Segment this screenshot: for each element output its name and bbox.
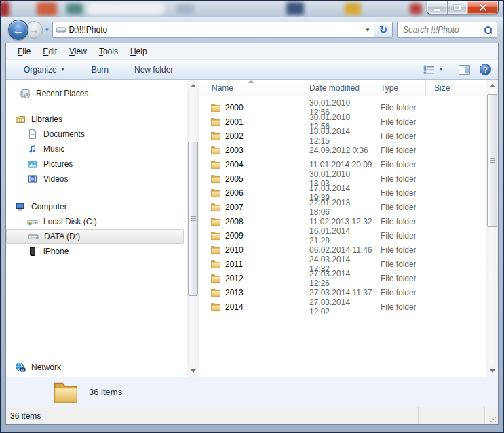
folder-icon — [210, 273, 221, 284]
folder-icon — [210, 131, 221, 142]
help-button[interactable]: ? — [480, 64, 491, 75]
refresh-button[interactable]: ↻ — [374, 22, 392, 37]
chevron-down-icon: ▼ — [438, 66, 444, 73]
menu-tools[interactable]: Tools — [93, 45, 124, 58]
address-dropdown-button[interactable]: ▾ — [362, 22, 374, 37]
sidebar-item-recent-places[interactable]: Recent Places — [6, 86, 187, 101]
preview-pane-button[interactable] — [459, 65, 470, 75]
sidebar-item-iphone[interactable]: iPhone — [6, 244, 187, 259]
scroll-up-button[interactable] — [187, 80, 199, 91]
arrow-down-icon — [191, 369, 196, 373]
sidebar-item-local-disk-c[interactable]: Local Disk (C:) — [6, 214, 187, 229]
file-name: 2003 — [225, 146, 244, 155]
minimize-button[interactable] — [427, 1, 447, 14]
sidebar-item-music[interactable]: Music — [6, 142, 187, 157]
sidebar-item-videos[interactable]: Videos — [6, 171, 187, 186]
file-name: 2007 — [225, 203, 244, 212]
file-rows: 2000 30.01.2010 12:56 File folder 200 — [199, 96, 486, 377]
scrollbar-thumb[interactable] — [487, 94, 497, 227]
sidebar-item-computer[interactable]: Computer — [6, 199, 187, 214]
chevron-down-icon: ▼ — [60, 66, 66, 73]
file-list-scrollbar — [486, 80, 498, 377]
status-cell — [484, 407, 498, 424]
forward-arrow-icon: → — [29, 25, 39, 35]
file-row[interactable]: 2003 24.09.2012 0:36 File folder — [199, 143, 486, 157]
column-header-type[interactable]: Type — [372, 80, 426, 96]
file-row[interactable]: 2009 16.01.2014 21:29 File folder — [199, 228, 486, 243]
sidebar-item-documents[interactable]: Documents — [6, 127, 187, 142]
maximize-icon — [454, 5, 461, 10]
views-icon — [423, 65, 435, 74]
music-note-icon — [27, 144, 38, 154]
menu-edit[interactable]: Edit — [37, 45, 63, 58]
column-header-size[interactable]: Size — [426, 80, 486, 96]
recent-pages-chevron-icon[interactable]: ▾ — [45, 26, 49, 33]
search-box — [397, 22, 497, 38]
drive-icon — [53, 22, 69, 37]
column-headers: Name Date modified Type Size — [199, 80, 486, 96]
minimize-icon — [434, 9, 440, 11]
file-name: 2006 — [225, 188, 244, 198]
folder-icon — [210, 188, 221, 199]
scroll-up-button[interactable] — [486, 80, 498, 91]
scroll-down-button[interactable] — [187, 365, 199, 377]
file-type: File folder — [372, 288, 426, 297]
scrollbar-track[interactable] — [486, 91, 498, 365]
menu-help[interactable]: Help — [124, 45, 153, 58]
sidebar-scrollbar — [187, 80, 199, 377]
back-button[interactable]: ← — [8, 20, 28, 40]
file-row[interactable]: 2007 22.01.2013 18:06 File folder — [199, 200, 486, 214]
thumb-grip-icon — [490, 158, 495, 163]
folder-icon — [210, 102, 221, 113]
scrollbar-thumb[interactable] — [188, 142, 198, 296]
arrow-down-icon — [490, 369, 495, 373]
maximize-button[interactable] — [447, 1, 467, 14]
file-row[interactable]: 2012 27.03.2014 12:26 File folder — [199, 271, 486, 285]
resize-grip-icon[interactable] — [490, 416, 497, 423]
client-area: File Edit View Tools Help Organize ▼ Bur… — [5, 43, 499, 425]
sidebar-item-network[interactable]: Network — [6, 360, 187, 375]
file-date-modified: 11.01.2014 20:09 — [301, 160, 372, 169]
column-header-name[interactable]: Name — [199, 80, 301, 96]
organize-button[interactable]: Organize ▼ — [18, 62, 71, 77]
file-date-modified: 27.03.2014 12:26 — [301, 269, 372, 288]
sidebar-item-libraries[interactable]: Libraries — [6, 112, 187, 127]
new-folder-button[interactable]: New folder — [129, 62, 178, 77]
arrow-up-icon — [490, 84, 495, 87]
close-button[interactable] — [467, 1, 498, 14]
close-icon — [479, 3, 487, 12]
file-name: 2002 — [225, 131, 244, 141]
file-name: 2009 — [225, 231, 244, 241]
menu-view[interactable]: View — [63, 45, 93, 58]
back-arrow-icon: ← — [13, 24, 24, 36]
folder-icon — [210, 145, 221, 156]
sidebar-item-data-d[interactable]: DATA (D:) — [6, 229, 184, 244]
column-header-date-modified[interactable]: Date modified — [301, 80, 372, 96]
file-type: File folder — [372, 117, 426, 127]
menu-file[interactable]: File — [12, 45, 37, 58]
status-cell — [418, 407, 484, 424]
document-icon — [27, 129, 38, 140]
search-icon[interactable] — [484, 26, 492, 35]
file-row[interactable]: 2014 27.03.2014 12:02 File folder — [199, 300, 486, 314]
change-view-button[interactable]: ▼ — [418, 62, 449, 77]
file-row[interactable]: 2002 18.03.2014 12:15 File folder — [199, 129, 486, 143]
scrollbar-track[interactable] — [187, 91, 199, 365]
search-input[interactable] — [403, 25, 484, 35]
thumb-grip-icon — [191, 216, 196, 222]
folder-icon — [210, 230, 221, 241]
file-date-modified: 18.03.2014 12:15 — [301, 127, 372, 146]
scroll-down-button[interactable] — [486, 365, 498, 377]
address-bar[interactable]: D:\!!!Photo ▾ ↻ — [52, 22, 393, 38]
file-list-pane: Name Date modified Type Size 2000 — [199, 80, 498, 377]
status-item-count: 36 items — [6, 411, 418, 421]
status-bar: 36 items — [6, 407, 498, 424]
file-name: 2005 — [225, 174, 244, 184]
explorer-window: ← → ▾ D:\!!!Photo ▾ ↻ File Edit View Too… — [0, 0, 504, 433]
command-bar: Organize ▼ Burn New folder ▼ — [6, 60, 498, 80]
burn-button[interactable]: Burn — [86, 62, 114, 77]
file-name: 2012 — [225, 274, 244, 283]
sidebar-item-pictures[interactable]: Pictures — [6, 157, 187, 171]
window-frame: File Edit View Tools Help Organize ▼ Bur… — [1, 43, 503, 432]
address-path[interactable]: D:\!!!Photo — [69, 22, 362, 37]
